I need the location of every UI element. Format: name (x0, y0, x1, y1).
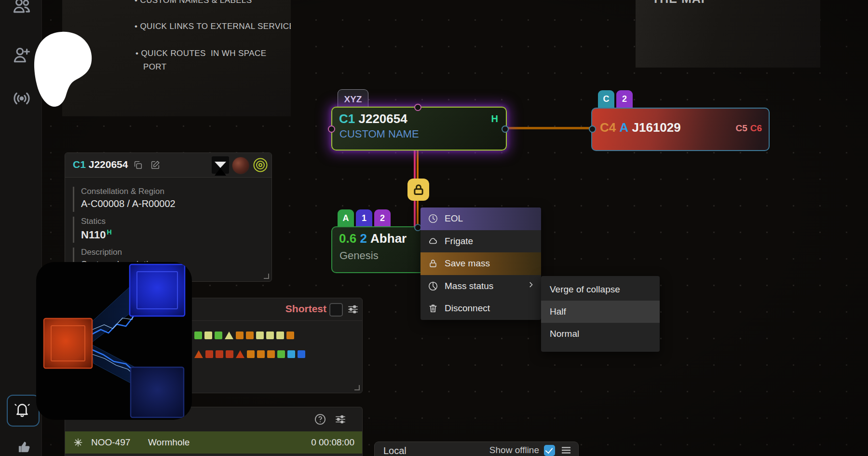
notifications-button[interactable] (7, 395, 40, 427)
route-system-square[interactable] (226, 350, 233, 358)
system-name: J220654 (89, 159, 128, 170)
endpoint-c1-right[interactable] (502, 125, 509, 133)
route-system-square[interactable] (266, 332, 274, 339)
node-title: 0.6 2 Abhar (339, 231, 407, 246)
info-value: N110H (81, 228, 112, 241)
system-name: J220654 (358, 111, 407, 126)
hint-line: QUICK ROUTES IN WH SPACE (136, 49, 266, 58)
node-title: C4 A J161029 (600, 120, 681, 135)
hint-line: QUICK LINKS TO EXTERNAL SERVICES (135, 22, 291, 31)
route-system-square[interactable] (216, 350, 223, 358)
route-settings-icon[interactable] (347, 303, 359, 316)
help-icon[interactable] (314, 413, 326, 426)
thumbs-up-icon[interactable] (16, 437, 32, 456)
system-name: Abhar (370, 231, 407, 246)
hints-panel: CUSTOM NAMES & LABELSQUICK LINKS TO EXTE… (62, 0, 291, 116)
signature-settings-icon[interactable] (334, 413, 347, 426)
trash-icon (428, 303, 438, 314)
route-system-square[interactable] (204, 332, 212, 339)
route-system-square[interactable] (276, 332, 284, 339)
signature-rows: NOO-497Wormhole0 00:08:00 (65, 431, 362, 454)
node-badge[interactable]: A (338, 209, 354, 229)
lock-icon (407, 194, 430, 202)
route-system-square[interactable] (277, 350, 285, 358)
wh-class: C1 (339, 111, 355, 126)
route-system-square[interactable] (236, 332, 244, 339)
endpoint-c1-top[interactable] (414, 104, 421, 111)
route-checkbox[interactable] (329, 303, 343, 317)
broadcast-icon[interactable] (11, 88, 32, 109)
info-row-constellation: Constellation & Region A-C00008 / A-R000… (73, 187, 176, 212)
route-system-triangle[interactable] (225, 332, 233, 339)
copy-icon[interactable] (133, 160, 143, 170)
connection-c1-c4[interactable] (505, 127, 592, 129)
route-system-square[interactable] (257, 350, 265, 358)
context-menu-item-save-mass[interactable]: Save mass (420, 252, 541, 275)
security: A (619, 120, 628, 135)
lock-icon (428, 258, 438, 269)
cloud-icon (428, 236, 438, 247)
context-menu-item-disconnect[interactable]: Disconnect (420, 297, 541, 320)
hint-line: PORT (143, 62, 167, 72)
route-system-square[interactable] (287, 350, 295, 358)
security: 0.6 (339, 231, 356, 246)
info-label: Constellation & Region (81, 187, 176, 196)
menu-icon[interactable] (560, 444, 572, 456)
tutorial-art-overlay (36, 262, 192, 420)
chevron-right-icon (527, 280, 535, 291)
system-node-c4-j161029[interactable]: C4 A J161029 C5C6 (591, 108, 770, 151)
route-system-square[interactable] (205, 350, 213, 358)
node-tag-xyz[interactable]: XYZ (338, 89, 368, 108)
context-menu-item-mass-status[interactable]: Mass status (420, 275, 541, 298)
route-system-square[interactable] (215, 332, 222, 339)
effect-target-icon[interactable] (252, 157, 269, 173)
static-label: C6 (750, 123, 762, 133)
route-system-square[interactable] (247, 350, 255, 358)
system-node-c1-j220654[interactable]: C1 J220654 H CUSTOM NAME (331, 107, 507, 151)
custom-name-label: CUSTOM NAME (339, 128, 419, 140)
route-system-square[interactable] (194, 332, 202, 339)
node-badge[interactable]: 1 (356, 209, 372, 229)
context-menu-item-frigate[interactable]: Frigate (420, 230, 541, 253)
endpoint-c4-left[interactable] (589, 125, 596, 133)
hint-line: CUSTOM NAMES & LABELS (135, 0, 252, 5)
submenu-item-normal[interactable]: Normal (541, 323, 660, 345)
node-badge[interactable]: C (598, 90, 614, 110)
wormhole-mapper-app: CUSTOM NAMES & LABELSQUICK LINKS TO EXTE… (0, 0, 868, 456)
person-add-icon[interactable] (11, 44, 32, 66)
route-system-triangle[interactable] (236, 350, 244, 358)
locked-connection-chip[interactable] (407, 179, 429, 201)
signature-row[interactable]: NOO-497Wormhole0 00:08:00 (65, 431, 362, 454)
system-name: J161029 (632, 120, 681, 135)
endpoint-c1-left[interactable] (328, 125, 335, 133)
route-mode-label[interactable]: Shortest (285, 303, 326, 315)
route-system-square[interactable] (286, 332, 294, 339)
resize-handle[interactable] (264, 274, 269, 279)
node-badge[interactable]: 2 (616, 90, 633, 110)
route-system-square[interactable] (246, 332, 254, 339)
route-system-square[interactable] (256, 332, 264, 339)
static-label: C5 (735, 123, 747, 133)
route-system-triangle[interactable] (194, 350, 203, 358)
resize-handle[interactable] (354, 385, 360, 390)
submenu-item-verge-of-collapse[interactable]: Verge of collapse (541, 278, 660, 301)
node-badge[interactable]: 2 (374, 209, 391, 229)
signature-timer: 0 00:08:00 (311, 437, 354, 448)
route-system-square[interactable] (267, 350, 275, 358)
users-icon[interactable] (11, 0, 32, 16)
edit-icon[interactable] (150, 160, 161, 170)
route-row (194, 350, 305, 358)
context-menu-item-eol[interactable]: EOL (420, 207, 541, 230)
map-title: THE MAP (652, 0, 710, 6)
wh-class: C4 (600, 120, 616, 135)
submenu-item-half[interactable]: Half (541, 301, 660, 323)
info-row-statics: Statics N110H (73, 217, 112, 243)
wh-class: C1 (73, 159, 86, 170)
ship-mask-icon[interactable] (212, 156, 229, 174)
route-system-square[interactable] (298, 350, 305, 358)
system-node-abhar[interactable]: 0.6 2 Abhar Genesis (331, 226, 435, 273)
statics-labels: C5C6 (732, 123, 762, 134)
show-offline-checkbox[interactable] (544, 445, 555, 456)
route-row (194, 332, 294, 339)
avatar[interactable] (232, 157, 249, 174)
